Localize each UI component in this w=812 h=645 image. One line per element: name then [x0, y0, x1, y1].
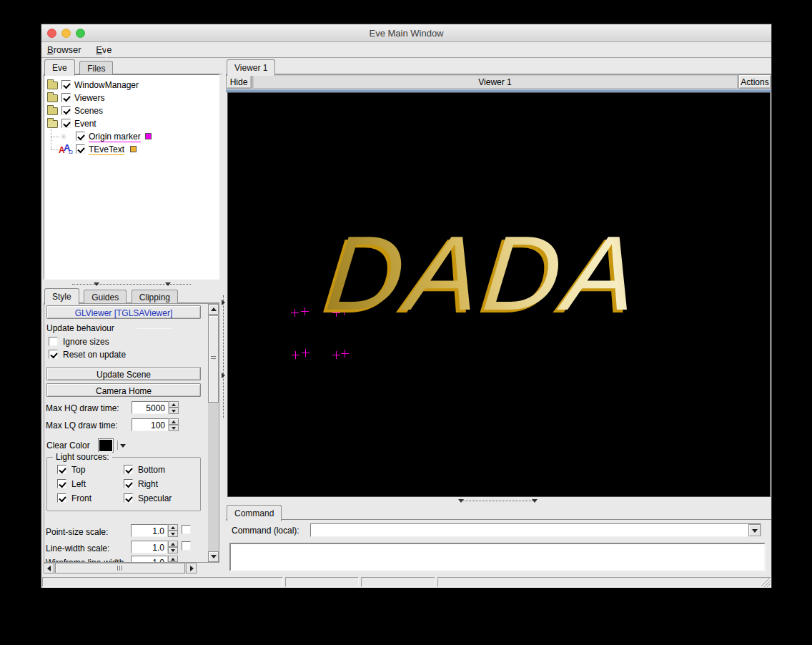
- clear-color-dropdown[interactable]: [117, 440, 128, 450]
- menu-eve[interactable]: Eve: [90, 42, 117, 55]
- gl-scene-text: DADA DADA: [320, 220, 762, 342]
- tree-item-tevetext[interactable]: A A Ω TEveText: [44, 143, 219, 156]
- tevetext-icon: A A Ω: [59, 144, 73, 155]
- line-width-checkbox[interactable]: [182, 541, 191, 551]
- menu-browser[interactable]: Browser: [41, 42, 87, 55]
- folder-icon: [47, 82, 58, 89]
- tree-item-origin-marker[interactable]: ✳ Origin marker: [44, 130, 219, 143]
- command-input[interactable]: [310, 523, 761, 537]
- viewer-command-splitter[interactable]: [226, 497, 771, 504]
- checkbox[interactable]: [49, 350, 58, 359]
- group-line: [137, 328, 172, 329]
- tab-viewer-1[interactable]: Viewer 1: [227, 59, 275, 76]
- checkbox[interactable]: [61, 93, 71, 102]
- origin-marker-cross: [291, 309, 299, 317]
- line-width-spinner[interactable]: 1.0: [131, 541, 178, 553]
- light-sources-label: Light sources:: [53, 452, 112, 462]
- clear-color-swatch[interactable]: [98, 438, 114, 453]
- actions-button[interactable]: Actions: [738, 74, 771, 89]
- resize-grip[interactable]: [761, 578, 771, 587]
- splitter-dots: [72, 284, 191, 285]
- eve-main-window: Eve Main Window Browser Eve Eve Files Wi…: [41, 24, 772, 588]
- tab-files[interactable]: Files: [79, 61, 113, 76]
- hide-button[interactable]: Hide: [226, 74, 252, 89]
- menubar-separator: [106, 42, 107, 58]
- titlebar[interactable]: Eve Main Window: [41, 24, 771, 42]
- origin-marker-cross: [302, 349, 310, 357]
- spin-down-icon[interactable]: [169, 408, 179, 414]
- status-segment: [361, 577, 435, 587]
- command-local-label: Command (local):: [232, 526, 299, 536]
- tab-guides[interactable]: Guides: [84, 290, 127, 305]
- glviewer-button[interactable]: GLViewer [TGLSAViewer]: [46, 305, 201, 319]
- origin-marker-cross: [292, 351, 299, 359]
- left-panel: Eve Files WindowManager Viewers: [44, 59, 222, 576]
- checkbox[interactable]: [61, 80, 71, 89]
- scrollbar-thumb[interactable]: [208, 315, 219, 403]
- point-size-spinner[interactable]: 1.0: [131, 524, 178, 537]
- point-size-checkbox[interactable]: [182, 525, 191, 534]
- spin-up-icon[interactable]: [169, 401, 179, 408]
- checkbox[interactable]: [76, 144, 85, 154]
- spin-up-icon[interactable]: [169, 418, 179, 425]
- scroll-right-icon[interactable]: [186, 563, 197, 573]
- command-tabrow: Command: [226, 504, 771, 520]
- folder-icon: [47, 107, 58, 115]
- status-segment: [42, 577, 283, 587]
- spin-down-icon[interactable]: [169, 425, 179, 431]
- folder-open-icon: [47, 120, 58, 128]
- tree-item-label[interactable]: Scenes: [74, 106, 103, 116]
- light-sources-group: Light sources: Top Bottom Left Right Fro…: [46, 457, 201, 511]
- gl-viewport[interactable]: DADA DADA: [227, 92, 771, 497]
- max-hq-spinner[interactable]: 5000: [132, 401, 179, 414]
- tree-item-label[interactable]: TEveText: [89, 144, 124, 155]
- tree-item-label[interactable]: Event: [74, 119, 96, 129]
- scroll-down-icon[interactable]: [208, 551, 219, 562]
- style-vertical-scrollbar[interactable]: [208, 304, 219, 562]
- checkbox[interactable]: [61, 119, 71, 128]
- update-scene-button[interactable]: Update Scene: [46, 367, 201, 380]
- tree-item-windowmanager[interactable]: WindowManager: [44, 79, 219, 92]
- scroll-left-icon[interactable]: [44, 563, 54, 573]
- tab-style[interactable]: Style: [44, 288, 79, 305]
- tree-guide-line: [51, 137, 59, 137]
- window-title: Eve Main Window: [41, 28, 771, 39]
- tab-clipping[interactable]: Clipping: [132, 290, 178, 305]
- point-size-label: Point-size scale:: [46, 527, 108, 537]
- tree-style-splitter[interactable]: [44, 280, 219, 287]
- tree-guide-line: [51, 149, 58, 150]
- command-row: Command (local):: [226, 523, 771, 538]
- splitter-arrow-icon[interactable]: [458, 499, 464, 503]
- style-horizontal-scrollbar[interactable]: [44, 563, 197, 573]
- splitter-dots: [223, 295, 224, 418]
- checkbox[interactable]: [49, 337, 58, 346]
- style-tabrow: Style Guides Clipping Extras: [44, 287, 219, 303]
- wireframe-spinner[interactable]: 1.0: [131, 556, 178, 563]
- tree-item-label[interactable]: WindowManager: [74, 80, 139, 90]
- camera-home-button[interactable]: Camera Home: [46, 383, 201, 397]
- color-chip[interactable]: [130, 146, 137, 152]
- tree-item-scenes[interactable]: Scenes: [44, 104, 219, 117]
- scrollbar-thumb[interactable]: [55, 563, 185, 573]
- splitter-arrow-icon[interactable]: [165, 282, 171, 286]
- combo-dropdown-icon[interactable]: [748, 524, 761, 536]
- eve-tree: WindowManager Viewers Scenes Event: [44, 74, 219, 280]
- splitter-arrow-icon[interactable]: [94, 282, 99, 286]
- splitter-arrow-icon[interactable]: [222, 373, 225, 378]
- tab-eve[interactable]: Eve: [44, 59, 75, 76]
- splitter-arrow-icon[interactable]: [532, 499, 538, 503]
- scroll-up-icon[interactable]: [208, 304, 219, 315]
- max-lq-spinner[interactable]: 100: [132, 418, 179, 431]
- command-output-area[interactable]: [229, 543, 766, 571]
- tree-item-label[interactable]: Viewers: [74, 93, 104, 103]
- checkbox[interactable]: [61, 106, 71, 115]
- splitter-arrow-icon[interactable]: [222, 300, 225, 305]
- tree-item-viewers[interactable]: Viewers: [44, 92, 219, 104]
- origin-marker-cross: [332, 351, 340, 359]
- tree-item-event[interactable]: Event: [44, 117, 219, 130]
- checkbox[interactable]: [76, 132, 85, 141]
- tree-item-label[interactable]: Origin marker: [89, 132, 141, 142]
- color-chip[interactable]: [145, 133, 152, 139]
- update-behaviour-label: Update behaviour: [46, 323, 114, 333]
- tab-command[interactable]: Command: [227, 505, 282, 521]
